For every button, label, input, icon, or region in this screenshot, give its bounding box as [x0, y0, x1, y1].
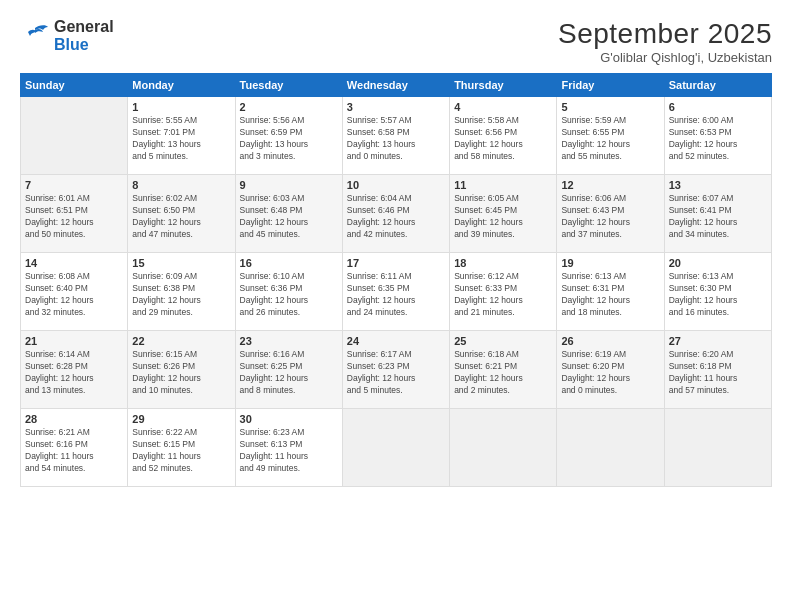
day-number: 6 [669, 101, 767, 113]
day-number: 15 [132, 257, 230, 269]
day-number: 14 [25, 257, 123, 269]
day-info: Sunrise: 5:56 AMSunset: 6:59 PMDaylight:… [240, 115, 338, 163]
calendar-cell: 30Sunrise: 6:23 AMSunset: 6:13 PMDayligh… [235, 409, 342, 487]
day-info: Sunrise: 5:55 AMSunset: 7:01 PMDaylight:… [132, 115, 230, 163]
day-info: Sunrise: 6:13 AMSunset: 6:30 PMDaylight:… [669, 271, 767, 319]
calendar-cell: 23Sunrise: 6:16 AMSunset: 6:25 PMDayligh… [235, 331, 342, 409]
week-row-4: 21Sunrise: 6:14 AMSunset: 6:28 PMDayligh… [21, 331, 772, 409]
day-info: Sunrise: 6:04 AMSunset: 6:46 PMDaylight:… [347, 193, 445, 241]
day-number: 17 [347, 257, 445, 269]
day-info: Sunrise: 6:01 AMSunset: 6:51 PMDaylight:… [25, 193, 123, 241]
calendar-header-row: Sunday Monday Tuesday Wednesday Thursday… [21, 74, 772, 97]
col-wednesday: Wednesday [342, 74, 449, 97]
calendar-cell: 11Sunrise: 6:05 AMSunset: 6:45 PMDayligh… [450, 175, 557, 253]
calendar-cell: 14Sunrise: 6:08 AMSunset: 6:40 PMDayligh… [21, 253, 128, 331]
logo-text-line2: Blue [54, 36, 114, 54]
day-number: 26 [561, 335, 659, 347]
calendar-cell: 4Sunrise: 5:58 AMSunset: 6:56 PMDaylight… [450, 97, 557, 175]
day-number: 4 [454, 101, 552, 113]
day-info: Sunrise: 6:09 AMSunset: 6:38 PMDaylight:… [132, 271, 230, 319]
day-number: 7 [25, 179, 123, 191]
day-number: 8 [132, 179, 230, 191]
day-info: Sunrise: 6:23 AMSunset: 6:13 PMDaylight:… [240, 427, 338, 475]
month-title: September 2025 [558, 18, 772, 50]
day-info: Sunrise: 6:03 AMSunset: 6:48 PMDaylight:… [240, 193, 338, 241]
day-number: 23 [240, 335, 338, 347]
calendar-cell [450, 409, 557, 487]
calendar-cell [21, 97, 128, 175]
day-number: 11 [454, 179, 552, 191]
day-number: 13 [669, 179, 767, 191]
day-number: 19 [561, 257, 659, 269]
calendar-cell: 10Sunrise: 6:04 AMSunset: 6:46 PMDayligh… [342, 175, 449, 253]
day-number: 25 [454, 335, 552, 347]
calendar-cell: 24Sunrise: 6:17 AMSunset: 6:23 PMDayligh… [342, 331, 449, 409]
calendar-cell: 18Sunrise: 6:12 AMSunset: 6:33 PMDayligh… [450, 253, 557, 331]
calendar-cell: 21Sunrise: 6:14 AMSunset: 6:28 PMDayligh… [21, 331, 128, 409]
week-row-1: 1Sunrise: 5:55 AMSunset: 7:01 PMDaylight… [21, 97, 772, 175]
col-saturday: Saturday [664, 74, 771, 97]
logo-icon [20, 24, 50, 48]
calendar-cell: 2Sunrise: 5:56 AMSunset: 6:59 PMDaylight… [235, 97, 342, 175]
day-info: Sunrise: 6:08 AMSunset: 6:40 PMDaylight:… [25, 271, 123, 319]
logo: General Blue [20, 18, 114, 53]
day-number: 1 [132, 101, 230, 113]
calendar-cell: 6Sunrise: 6:00 AMSunset: 6:53 PMDaylight… [664, 97, 771, 175]
calendar-cell: 5Sunrise: 5:59 AMSunset: 6:55 PMDaylight… [557, 97, 664, 175]
location: G'oliblar Qishlog'i, Uzbekistan [558, 50, 772, 65]
logo-text-line1: General [54, 18, 114, 36]
calendar-cell: 9Sunrise: 6:03 AMSunset: 6:48 PMDaylight… [235, 175, 342, 253]
week-row-3: 14Sunrise: 6:08 AMSunset: 6:40 PMDayligh… [21, 253, 772, 331]
day-info: Sunrise: 6:17 AMSunset: 6:23 PMDaylight:… [347, 349, 445, 397]
col-friday: Friday [557, 74, 664, 97]
day-info: Sunrise: 6:10 AMSunset: 6:36 PMDaylight:… [240, 271, 338, 319]
calendar-cell: 22Sunrise: 6:15 AMSunset: 6:26 PMDayligh… [128, 331, 235, 409]
calendar-cell: 16Sunrise: 6:10 AMSunset: 6:36 PMDayligh… [235, 253, 342, 331]
day-number: 18 [454, 257, 552, 269]
calendar-cell: 12Sunrise: 6:06 AMSunset: 6:43 PMDayligh… [557, 175, 664, 253]
calendar-cell: 7Sunrise: 6:01 AMSunset: 6:51 PMDaylight… [21, 175, 128, 253]
day-info: Sunrise: 6:18 AMSunset: 6:21 PMDaylight:… [454, 349, 552, 397]
day-info: Sunrise: 6:11 AMSunset: 6:35 PMDaylight:… [347, 271, 445, 319]
day-info: Sunrise: 6:21 AMSunset: 6:16 PMDaylight:… [25, 427, 123, 475]
day-info: Sunrise: 6:00 AMSunset: 6:53 PMDaylight:… [669, 115, 767, 163]
day-number: 29 [132, 413, 230, 425]
day-number: 27 [669, 335, 767, 347]
calendar-cell: 19Sunrise: 6:13 AMSunset: 6:31 PMDayligh… [557, 253, 664, 331]
day-number: 28 [25, 413, 123, 425]
calendar-cell: 1Sunrise: 5:55 AMSunset: 7:01 PMDaylight… [128, 97, 235, 175]
day-info: Sunrise: 6:05 AMSunset: 6:45 PMDaylight:… [454, 193, 552, 241]
col-thursday: Thursday [450, 74, 557, 97]
day-number: 21 [25, 335, 123, 347]
calendar-cell: 8Sunrise: 6:02 AMSunset: 6:50 PMDaylight… [128, 175, 235, 253]
week-row-2: 7Sunrise: 6:01 AMSunset: 6:51 PMDaylight… [21, 175, 772, 253]
day-number: 9 [240, 179, 338, 191]
day-number: 5 [561, 101, 659, 113]
day-info: Sunrise: 6:02 AMSunset: 6:50 PMDaylight:… [132, 193, 230, 241]
calendar-cell [664, 409, 771, 487]
day-info: Sunrise: 6:07 AMSunset: 6:41 PMDaylight:… [669, 193, 767, 241]
calendar-cell [342, 409, 449, 487]
day-info: Sunrise: 6:15 AMSunset: 6:26 PMDaylight:… [132, 349, 230, 397]
calendar-cell: 3Sunrise: 5:57 AMSunset: 6:58 PMDaylight… [342, 97, 449, 175]
col-sunday: Sunday [21, 74, 128, 97]
day-info: Sunrise: 5:59 AMSunset: 6:55 PMDaylight:… [561, 115, 659, 163]
day-info: Sunrise: 5:58 AMSunset: 6:56 PMDaylight:… [454, 115, 552, 163]
calendar-cell: 15Sunrise: 6:09 AMSunset: 6:38 PMDayligh… [128, 253, 235, 331]
day-number: 3 [347, 101, 445, 113]
day-number: 16 [240, 257, 338, 269]
calendar-cell: 25Sunrise: 6:18 AMSunset: 6:21 PMDayligh… [450, 331, 557, 409]
calendar-cell: 26Sunrise: 6:19 AMSunset: 6:20 PMDayligh… [557, 331, 664, 409]
day-number: 12 [561, 179, 659, 191]
col-tuesday: Tuesday [235, 74, 342, 97]
day-info: Sunrise: 6:13 AMSunset: 6:31 PMDaylight:… [561, 271, 659, 319]
day-number: 24 [347, 335, 445, 347]
page-header: General Blue September 2025 G'oliblar Qi… [20, 18, 772, 65]
day-number: 10 [347, 179, 445, 191]
calendar-cell: 29Sunrise: 6:22 AMSunset: 6:15 PMDayligh… [128, 409, 235, 487]
day-number: 20 [669, 257, 767, 269]
day-info: Sunrise: 6:14 AMSunset: 6:28 PMDaylight:… [25, 349, 123, 397]
calendar-cell: 28Sunrise: 6:21 AMSunset: 6:16 PMDayligh… [21, 409, 128, 487]
title-block: September 2025 G'oliblar Qishlog'i, Uzbe… [558, 18, 772, 65]
calendar-cell: 27Sunrise: 6:20 AMSunset: 6:18 PMDayligh… [664, 331, 771, 409]
